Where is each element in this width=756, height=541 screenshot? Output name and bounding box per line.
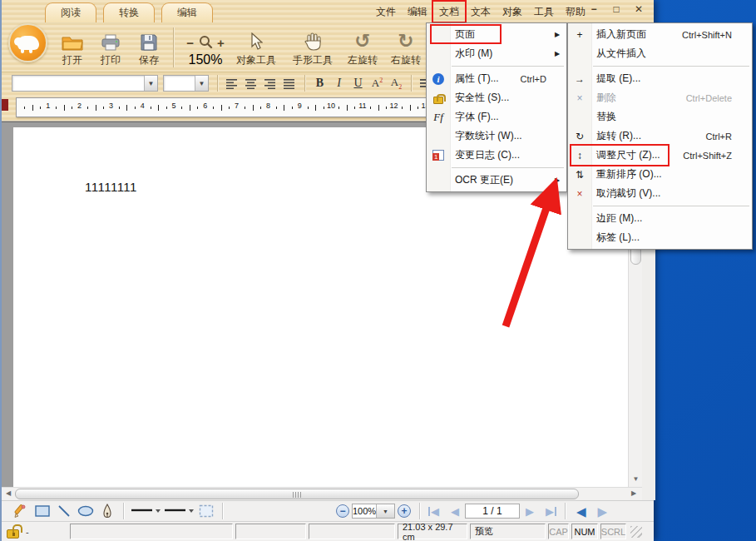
minimize-button[interactable]: − — [586, 2, 602, 17]
page-submenu-item[interactable]: →提取 (E)... — [568, 69, 752, 88]
rotate-left-button[interactable]: ↺ 左旋转 — [343, 26, 382, 71]
scroll-left-button[interactable]: ◀ — [3, 489, 13, 497]
zoom-out-button[interactable]: − — [186, 36, 194, 50]
previous-page-button[interactable]: ◀ — [451, 506, 459, 517]
menubar-item[interactable]: 工具 — [528, 2, 560, 22]
menu-separator — [593, 206, 749, 206]
page-submenu-item[interactable]: ×取消裁切 (V)... — [568, 184, 752, 203]
chevron-down-icon[interactable]: ▼ — [195, 76, 208, 91]
menu-separator — [452, 167, 564, 168]
doc-menu-item[interactable]: Ff字体 (F)... — [427, 107, 566, 127]
ellipse-tool-button[interactable] — [75, 503, 96, 520]
page-submenu-item[interactable]: ↻旋转 (R)...Ctrl+R — [568, 127, 752, 146]
rectangle-tool-button[interactable] — [32, 503, 53, 520]
zoom-in-button[interactable]: + — [398, 504, 411, 518]
menu-item-label: 旋转 (R)... — [591, 129, 706, 143]
tab-阅读[interactable]: 阅读 — [45, 2, 96, 22]
italic-button[interactable]: I — [329, 75, 348, 92]
superscript-button[interactable]: A2 — [368, 75, 387, 92]
first-page-button[interactable]: ◀ — [431, 506, 439, 517]
changelog-icon: 1 — [432, 150, 444, 161]
toolbar-separator — [173, 27, 174, 67]
resize-grip[interactable] — [630, 526, 642, 538]
security-status[interactable]: - — [7, 525, 70, 539]
ruler-mark: 6 — [203, 102, 207, 110]
pencil-tool-button[interactable] — [10, 503, 32, 520]
last-page-button[interactable]: ▶ — [546, 506, 554, 517]
doc-menu-item[interactable]: 水印 (M)▶ — [427, 44, 566, 63]
tab-编辑[interactable]: 编辑 — [161, 2, 213, 22]
doc-menu-item[interactable]: 字数统计 (W)... — [427, 127, 566, 146]
subscript-button[interactable]: A2 — [387, 75, 406, 92]
page-submenu-item[interactable]: +插入新页面Ctrl+Shift+N — [568, 25, 752, 44]
align-center-button[interactable] — [242, 75, 261, 92]
page-indicator[interactable]: 1 / 1 — [465, 504, 520, 519]
line-tool-button[interactable] — [53, 503, 75, 520]
menu-icon-cell: 1 — [427, 150, 450, 161]
history-forward-button[interactable]: ▶ — [598, 505, 608, 518]
rotate-right-icon: ↻ — [398, 27, 413, 51]
menubar-item[interactable]: 文档 — [433, 2, 465, 22]
page-submenu-item[interactable]: 边距 (M)... — [568, 209, 752, 228]
hand-tool-button[interactable]: 手形工具 — [289, 26, 337, 71]
object-tool-button[interactable]: 对象工具 — [232, 26, 280, 71]
ruler-mark: 7 — [235, 102, 239, 110]
zoom-out-button[interactable]: − — [336, 504, 349, 518]
ruler-mark — [119, 107, 120, 109]
app-logo-elephant-icon[interactable] — [8, 23, 47, 62]
zoom-percentage-combo[interactable]: 100% ▼ — [352, 504, 395, 519]
menubar-item[interactable]: 文件 — [370, 2, 402, 22]
menu-item-label: 水印 (M) — [450, 47, 555, 61]
resize-icon: ↕ — [573, 149, 586, 162]
menubar-item[interactable]: 文本 — [465, 2, 497, 22]
align-justify-button[interactable] — [280, 75, 299, 92]
chevron-down-icon[interactable]: ▼ — [376, 504, 394, 518]
font-size-combo[interactable]: ▼ — [163, 75, 209, 92]
doc-menu-item[interactable]: 1变更日志 (C)... — [427, 146, 566, 165]
align-right-button[interactable] — [261, 75, 280, 92]
close-button[interactable]: ✕ — [630, 2, 647, 17]
rotate-right-button[interactable]: ↻ 右旋转 — [387, 26, 425, 71]
zoom-in-button[interactable]: + — [217, 36, 225, 50]
next-page-button[interactable]: ▶ — [526, 506, 534, 517]
menu-item-label: 调整尺寸 (Z)... — [591, 148, 683, 162]
align-left-button[interactable] — [223, 75, 242, 92]
page-submenu-item[interactable]: 替换 — [568, 107, 752, 127]
doc-menu-item[interactable]: OCR 更正(E)▶ — [427, 171, 566, 190]
ruler-mark — [64, 105, 65, 111]
security-icon — [433, 97, 443, 104]
doc-menu-item[interactable]: 安全性 (S)... — [427, 88, 566, 107]
bold-button[interactable]: B — [310, 75, 329, 92]
print-button[interactable]: 打印 — [91, 26, 130, 71]
menubar-item[interactable]: 对象 — [497, 2, 528, 22]
pen-tool-button[interactable] — [96, 503, 118, 520]
page-submenu-item[interactable]: 标签 (L)... — [568, 228, 752, 247]
doc-menu-item[interactable]: i属性 (T)...Ctrl+D — [427, 69, 566, 88]
horizontal-scrollbar-thumb[interactable] — [15, 489, 579, 499]
status-bar: - 21.03 x 29.7 cm 预览 CAP NUM SCRL — [2, 521, 654, 541]
page-submenu-item[interactable]: ⇅重新排序 (O)... — [568, 165, 752, 184]
page-submenu-item[interactable]: ↕调整尺寸 (Z)...Ctrl+Shift+Z — [568, 146, 752, 165]
save-button[interactable]: 保存 — [130, 26, 168, 71]
page-submenu-item[interactable]: 从文件插入 — [568, 44, 752, 63]
insert-page-icon: + — [573, 28, 586, 42]
tab-menu-row: 阅读转换编辑 文件编辑文档文本对象工具帮助 − □ ✕ — [2, 0, 654, 22]
open-button[interactable]: 打开 — [53, 26, 91, 71]
line-style-dropdown[interactable] — [129, 503, 162, 520]
font-name-combo[interactable]: ▼ — [12, 75, 158, 92]
scroll-down-button[interactable]: ▼ — [630, 474, 641, 484]
doc-menu-item[interactable]: 页面▶ — [427, 25, 566, 44]
line-width-dropdown[interactable] — [162, 503, 195, 520]
scroll-right-button[interactable]: ▶ — [629, 489, 639, 497]
history-back-button[interactable]: ◀ — [576, 505, 586, 518]
maximize-button[interactable]: □ — [608, 2, 625, 17]
chevron-down-icon[interactable]: ▼ — [144, 76, 157, 91]
horizontal-scrollbar[interactable]: ◀ ▶ — [2, 487, 642, 500]
selection-marquee-button[interactable] — [195, 503, 217, 520]
tab-转换[interactable]: 转换 — [103, 2, 155, 22]
menu-item-label: 字体 (F)... — [450, 110, 555, 124]
ruler-mark — [253, 105, 254, 111]
page-submenu-item[interactable]: ×删除Ctrl+Delete — [568, 88, 752, 107]
menubar-item[interactable]: 编辑 — [402, 2, 433, 22]
underline-button[interactable]: U — [348, 75, 368, 92]
